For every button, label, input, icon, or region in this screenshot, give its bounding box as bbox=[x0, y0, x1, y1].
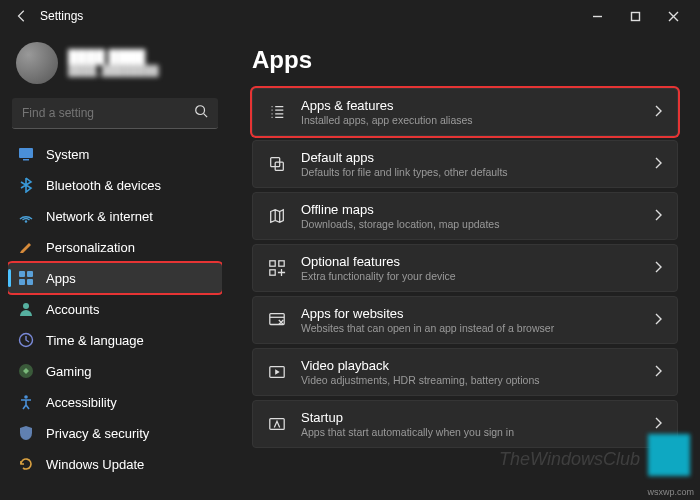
card-video-playback[interactable]: Video playback Video adjustments, HDR st… bbox=[252, 348, 678, 396]
chevron-right-icon bbox=[653, 103, 663, 121]
chevron-right-icon bbox=[653, 311, 663, 329]
accessibility-icon bbox=[18, 394, 34, 410]
sidebar-item-gaming[interactable]: Gaming bbox=[8, 356, 222, 386]
chevron-right-icon bbox=[653, 259, 663, 277]
sidebar-item-accounts[interactable]: Accounts bbox=[8, 294, 222, 324]
privacy-icon bbox=[18, 425, 34, 441]
system-icon bbox=[18, 146, 34, 162]
card-title: Offline maps bbox=[301, 202, 639, 217]
close-button[interactable] bbox=[654, 2, 692, 30]
svg-rect-17 bbox=[270, 270, 275, 275]
default-apps-icon bbox=[267, 154, 287, 174]
map-icon bbox=[267, 206, 287, 226]
svg-point-12 bbox=[24, 395, 28, 399]
card-subtitle: Downloads, storage location, map updates bbox=[301, 218, 639, 230]
window-title: Settings bbox=[40, 9, 83, 23]
sidebar-item-time[interactable]: Time & language bbox=[8, 325, 222, 355]
titlebar: Settings bbox=[0, 0, 700, 32]
chevron-right-icon bbox=[653, 415, 663, 433]
sidebar-item-apps[interactable]: Apps bbox=[8, 263, 222, 293]
back-button[interactable] bbox=[8, 2, 36, 30]
network-icon bbox=[18, 208, 34, 224]
sidebar-item-label: Personalization bbox=[46, 240, 135, 255]
card-title: Optional features bbox=[301, 254, 639, 269]
svg-rect-8 bbox=[27, 279, 33, 285]
minimize-button[interactable] bbox=[578, 2, 616, 30]
card-offline-maps[interactable]: Offline maps Downloads, storage location… bbox=[252, 192, 678, 240]
card-apps-features[interactable]: Apps & features Installed apps, app exec… bbox=[252, 88, 678, 136]
search-icon bbox=[194, 104, 208, 122]
svg-rect-6 bbox=[27, 271, 33, 277]
chevron-right-icon bbox=[653, 207, 663, 225]
sidebar-item-accessibility[interactable]: Accessibility bbox=[8, 387, 222, 417]
update-icon bbox=[18, 456, 34, 472]
card-subtitle: Extra functionality for your device bbox=[301, 270, 639, 282]
search-input[interactable] bbox=[22, 106, 194, 120]
card-title: Startup bbox=[301, 410, 639, 425]
svg-point-9 bbox=[23, 303, 29, 309]
search-box[interactable] bbox=[12, 98, 218, 129]
svg-rect-15 bbox=[270, 261, 275, 266]
sidebar-item-label: System bbox=[46, 147, 89, 162]
sidebar-item-label: Windows Update bbox=[46, 457, 144, 472]
time-icon bbox=[18, 332, 34, 348]
profile-block[interactable]: ████ ████ ████_████████ bbox=[8, 36, 222, 96]
sidebar: ████ ████ ████_████████ System Bluetooth… bbox=[0, 32, 230, 500]
sidebar-item-system[interactable]: System bbox=[8, 139, 222, 169]
video-icon bbox=[267, 362, 287, 382]
svg-rect-2 bbox=[19, 148, 33, 158]
svg-rect-0 bbox=[631, 12, 639, 20]
sidebar-item-label: Gaming bbox=[46, 364, 92, 379]
svg-rect-16 bbox=[279, 261, 284, 266]
bluetooth-icon bbox=[18, 177, 34, 193]
svg-rect-3 bbox=[23, 159, 29, 161]
sidebar-item-label: Apps bbox=[46, 271, 76, 286]
sidebar-item-label: Accessibility bbox=[46, 395, 117, 410]
card-subtitle: Video adjustments, HDR streaming, batter… bbox=[301, 374, 639, 386]
startup-icon bbox=[267, 414, 287, 434]
card-subtitle: Defaults for file and link types, other … bbox=[301, 166, 639, 178]
card-subtitle: Installed apps, app execution aliases bbox=[301, 114, 639, 126]
sidebar-item-network[interactable]: Network & internet bbox=[8, 201, 222, 231]
personalization-icon bbox=[18, 239, 34, 255]
profile-name: ████ ████ bbox=[68, 49, 159, 65]
list-icon bbox=[267, 102, 287, 122]
nav-list: System Bluetooth & devices Network & int… bbox=[8, 139, 222, 479]
accounts-icon bbox=[18, 301, 34, 317]
svg-rect-5 bbox=[19, 271, 25, 277]
sidebar-item-label: Privacy & security bbox=[46, 426, 149, 441]
gaming-icon bbox=[18, 363, 34, 379]
svg-point-4 bbox=[25, 220, 27, 222]
apps-icon bbox=[18, 270, 34, 286]
sidebar-item-privacy[interactable]: Privacy & security bbox=[8, 418, 222, 448]
page-title: Apps bbox=[252, 46, 678, 74]
card-title: Apps for websites bbox=[301, 306, 639, 321]
avatar bbox=[16, 42, 58, 84]
chevron-right-icon bbox=[653, 155, 663, 173]
card-subtitle: Websites that can open in an app instead… bbox=[301, 322, 639, 334]
websites-icon bbox=[267, 310, 287, 330]
profile-email: ████_████████ bbox=[68, 65, 159, 77]
sidebar-item-label: Network & internet bbox=[46, 209, 153, 224]
content-pane: Apps Apps & features Installed apps, app… bbox=[230, 32, 700, 500]
sidebar-item-update[interactable]: Windows Update bbox=[8, 449, 222, 479]
sidebar-item-bluetooth[interactable]: Bluetooth & devices bbox=[8, 170, 222, 200]
attribution: wsxwp.com bbox=[647, 487, 694, 497]
card-title: Apps & features bbox=[301, 98, 639, 113]
chevron-right-icon bbox=[653, 363, 663, 381]
sidebar-item-personalization[interactable]: Personalization bbox=[8, 232, 222, 262]
card-title: Video playback bbox=[301, 358, 639, 373]
maximize-button[interactable] bbox=[616, 2, 654, 30]
card-subtitle: Apps that start automatically when you s… bbox=[301, 426, 639, 438]
sidebar-item-label: Accounts bbox=[46, 302, 99, 317]
card-default-apps[interactable]: Default apps Defaults for file and link … bbox=[252, 140, 678, 188]
card-optional-features[interactable]: Optional features Extra functionality fo… bbox=[252, 244, 678, 292]
svg-rect-7 bbox=[19, 279, 25, 285]
svg-point-1 bbox=[196, 106, 205, 115]
sidebar-item-label: Time & language bbox=[46, 333, 144, 348]
card-title: Default apps bbox=[301, 150, 639, 165]
card-apps-websites[interactable]: Apps for websites Websites that can open… bbox=[252, 296, 678, 344]
sidebar-item-label: Bluetooth & devices bbox=[46, 178, 161, 193]
grid-plus-icon bbox=[267, 258, 287, 278]
card-startup[interactable]: Startup Apps that start automatically wh… bbox=[252, 400, 678, 448]
